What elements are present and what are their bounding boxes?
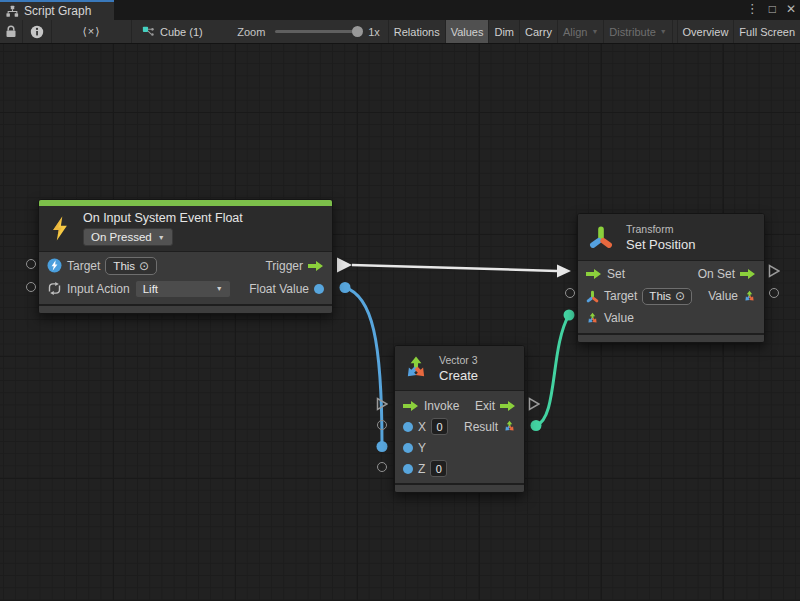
trigger-to-set-wire[interactable] [352, 265, 557, 271]
invoke-input-port[interactable] [403, 400, 419, 412]
chevron-down-icon: ▼ [660, 28, 667, 35]
graph-hierarchy-icon [6, 5, 19, 18]
chevron-down-icon: ▼ [591, 28, 598, 35]
y-input-wire-port[interactable] [377, 441, 388, 452]
graph-context-label: Cube (1) [160, 26, 203, 38]
window-close-icon[interactable]: ✕ [786, 0, 796, 18]
player-input-icon [47, 258, 62, 273]
x-input-port[interactable] [403, 422, 413, 432]
target-field[interactable]: This ⊙ [105, 257, 157, 275]
on-set-output-port[interactable] [740, 268, 756, 280]
invoke-external-port[interactable] [376, 397, 388, 411]
transform-icon [588, 224, 614, 250]
target-label: Target [67, 259, 100, 273]
lock-button[interactable] [0, 20, 23, 43]
vector3-icon [403, 355, 429, 381]
zoom-slider-handle[interactable] [352, 26, 363, 37]
dim-button[interactable]: Dim [489, 20, 520, 43]
on-set-label: On Set [698, 267, 735, 281]
node-set-position[interactable]: Transform Set Position Set On Set Target [577, 213, 765, 343]
zoom-value: 1x [364, 20, 389, 43]
target-external-port[interactable] [565, 288, 575, 298]
align-button[interactable]: Align ▼ [558, 20, 604, 43]
set-label: Set [607, 267, 625, 281]
input-action-label: Input Action [67, 282, 130, 296]
float-value-wire-port[interactable] [340, 282, 351, 293]
graph-toolbar: ⟨×⟩ Cube (1) Zoom 1x Relations Values Di… [0, 20, 800, 44]
x-label: X [418, 420, 426, 434]
lightning-bolt-icon [49, 215, 71, 242]
float-value-label: Float Value [249, 282, 309, 296]
vector3-footer [395, 483, 524, 492]
input-action-dropdown[interactable]: Lift ▼ [135, 280, 231, 298]
x-value-field[interactable]: 0 [431, 418, 448, 435]
set-position-title: Set Position [626, 237, 695, 252]
node-on-input-system-event-float[interactable]: On Input System Event Float On Pressed ▼… [38, 199, 333, 314]
set-input-port[interactable] [586, 268, 602, 280]
y-label: Y [418, 441, 426, 455]
info-button[interactable] [23, 20, 52, 43]
event-node-header[interactable]: On Input System Event Float On Pressed ▼ [39, 206, 332, 251]
info-icon [30, 25, 44, 39]
transform-mini-icon [586, 290, 599, 303]
trigger-output-port[interactable] [308, 260, 324, 272]
z-external-port[interactable] [377, 462, 387, 472]
event-node-footer [39, 304, 332, 313]
event-target-external-port[interactable] [26, 259, 36, 269]
result-to-value-wire[interactable] [536, 315, 569, 426]
chevron-down-icon: ▼ [158, 234, 165, 241]
full-screen-button[interactable]: Full Screen [734, 20, 800, 43]
vector3-input-port[interactable] [586, 312, 599, 325]
z-value-field[interactable]: 0 [430, 460, 447, 477]
result-label: Result [464, 420, 498, 434]
vector3-title: Create [439, 368, 478, 383]
exit-external-port[interactable] [528, 397, 540, 411]
event-mode-dropdown[interactable]: On Pressed ▼ [83, 228, 173, 246]
chevron-down-icon: ▼ [216, 285, 223, 292]
float-value-output-port[interactable] [314, 284, 324, 294]
invoke-label: Invoke [424, 399, 459, 413]
set-position-header[interactable]: Transform Set Position [578, 214, 764, 260]
values-button[interactable]: Values [446, 20, 490, 43]
vector3-category: Vector 3 [439, 354, 478, 366]
tab-script-graph[interactable]: Script Graph [0, 0, 114, 20]
on-set-external-port[interactable] [768, 264, 780, 278]
zoom-label: Zoom [223, 20, 271, 43]
relations-button[interactable]: Relations [389, 20, 446, 43]
code-view-button[interactable]: ⟨×⟩ [52, 20, 132, 43]
distribute-button[interactable]: Distribute ▼ [604, 20, 672, 43]
tab-title: Script Graph [24, 4, 91, 18]
value-out-external-port[interactable] [769, 288, 779, 298]
title-bar: Script Graph ⋮ □ ✕ [0, 0, 800, 20]
x-external-port[interactable] [377, 420, 387, 430]
trigger-wire-source-arrow[interactable] [337, 258, 352, 273]
target-field[interactable]: This ⊙ [642, 288, 692, 305]
set-position-footer [578, 333, 764, 342]
z-label: Z [418, 462, 425, 476]
trigger-label: Trigger [265, 259, 303, 273]
graph-canvas[interactable]: On Input System Event Float On Pressed ▼… [0, 44, 800, 601]
input-action-icon [47, 281, 62, 296]
vector3-output-port[interactable] [743, 290, 756, 303]
z-input-port[interactable] [403, 464, 413, 474]
event-input-action-external-port[interactable] [26, 282, 36, 292]
object-picker-icon[interactable]: ⊙ [139, 259, 149, 273]
node-vector3-create[interactable]: Vector 3 Create Invoke Exit X 0 Result [394, 345, 525, 493]
trigger-wire-end-arrow[interactable] [557, 265, 571, 278]
window-maximize-icon[interactable]: □ [769, 0, 776, 18]
overview-button[interactable]: Overview [678, 20, 735, 43]
graph-node-icon [142, 25, 155, 38]
set-position-category: Transform [626, 223, 695, 235]
value-input-label: Value [604, 311, 634, 325]
y-input-port[interactable] [403, 443, 413, 453]
window-menu-icon[interactable]: ⋮ [746, 0, 759, 18]
exit-output-port[interactable] [500, 400, 516, 412]
graph-context-button[interactable]: Cube (1) [132, 20, 223, 43]
vector3-header[interactable]: Vector 3 Create [395, 346, 524, 390]
value-input-wire-port[interactable] [564, 310, 575, 321]
result-wire-port[interactable] [531, 420, 542, 431]
zoom-slider[interactable] [275, 30, 360, 33]
result-output-port[interactable] [503, 420, 516, 433]
object-picker-icon[interactable]: ⊙ [675, 289, 685, 303]
carry-button[interactable]: Carry [520, 20, 558, 43]
